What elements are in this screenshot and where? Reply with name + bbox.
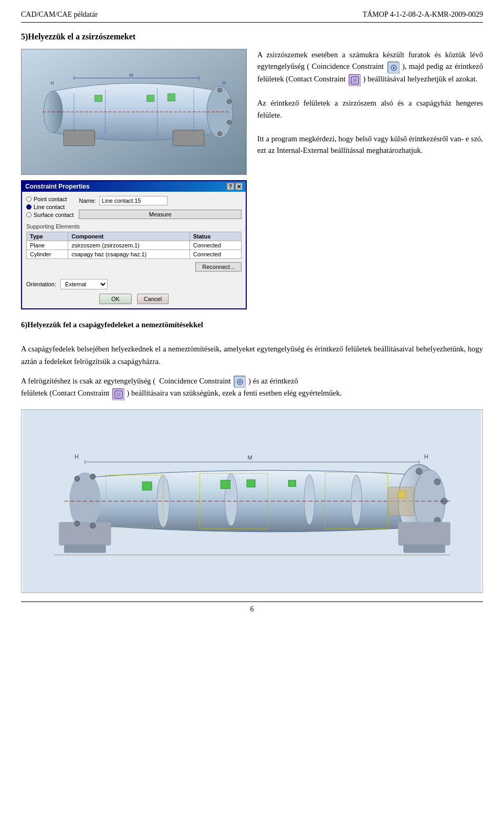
svg-rect-9 xyxy=(173,130,204,146)
svg-point-40 xyxy=(75,476,80,481)
col-component: Component xyxy=(68,232,190,241)
svg-rect-57 xyxy=(142,482,152,490)
svg-rect-29 xyxy=(353,78,357,82)
cell-status-1: Connected xyxy=(190,241,241,250)
svg-rect-51 xyxy=(398,522,450,546)
cad-image-bottom: H H M xyxy=(21,409,483,593)
svg-rect-38 xyxy=(59,522,111,546)
svg-point-56 xyxy=(351,475,362,525)
svg-text:H: H xyxy=(223,80,226,86)
table-row: Plane zsirzoszem (zsirzoszem.1) Connecte… xyxy=(27,241,242,250)
orientation-label: Orientation: xyxy=(26,281,56,287)
radio-dot-surface xyxy=(26,212,32,217)
svg-text:H: H xyxy=(424,454,428,460)
section6-text: 6)Helyezzük fel a csapágyfedeleket a nem… xyxy=(21,319,483,368)
svg-point-42 xyxy=(75,521,80,526)
top-section: M H H Constraint Properties ? ✕ xyxy=(21,49,483,309)
dialog-top-row: Point contact Line contact Surface conta… xyxy=(26,196,242,219)
section6-heading: 6)Helyezzük fel a csapágyfedeleket a nem… xyxy=(21,320,203,329)
svg-point-41 xyxy=(90,474,96,479)
orientation-select[interactable]: External Internal xyxy=(60,279,108,289)
dialog-name-row: Name: xyxy=(79,196,242,205)
cell-status-2: Connected xyxy=(190,250,241,259)
reconnect-btn[interactable]: Reconnect... xyxy=(195,262,242,272)
dialog-buttons-row: OK Cancel xyxy=(26,294,242,304)
ok-btn[interactable]: OK xyxy=(99,294,132,304)
icon-coincidence-1 xyxy=(387,61,399,73)
svg-text:M: M xyxy=(129,72,133,78)
radio-line-contact[interactable]: Line contact xyxy=(26,204,74,210)
dialog-title: Constraint Properties xyxy=(25,183,90,190)
icon-coincidence-2 xyxy=(234,376,245,387)
orientation-row: Orientation: External Internal xyxy=(26,279,242,289)
radio-label-surface: Surface contact xyxy=(34,212,74,218)
page-number: 6 xyxy=(21,601,483,614)
page-container: CAD/CAM/CAE példatár TÁMOP 4-1-2-08-2-A-… xyxy=(0,0,504,820)
section6-block: 6)Helyezzük fel a csapágyfedeleket a nem… xyxy=(21,319,483,368)
radio-dot-line xyxy=(26,204,32,210)
section6-body: A csapágyfedelek belsejében helyezkednek… xyxy=(21,345,483,365)
header-right: TÁMOP 4-1-2-08-2-A-KMR-2009-0029 xyxy=(363,11,483,19)
svg-rect-14 xyxy=(95,95,102,101)
top-left-column: M H H Constraint Properties ? ✕ xyxy=(21,49,247,309)
dialog-titlebar: Constraint Properties ? ✕ xyxy=(22,181,246,192)
svg-rect-58 xyxy=(220,480,230,489)
cell-component-2: csapagy haz (csapagy haz.1) xyxy=(68,250,190,259)
clearfix: Reconnect... xyxy=(26,262,242,275)
svg-rect-59 xyxy=(247,480,255,487)
dialog-body: Point contact Line contact Surface conta… xyxy=(22,192,246,308)
dialog-help-btn[interactable]: ? xyxy=(227,183,234,190)
svg-rect-15 xyxy=(147,95,154,101)
top-right-para1: A zsirzószemek esetében a számukra készü… xyxy=(257,49,483,86)
col-type: Type xyxy=(27,232,68,241)
radio-point-contact[interactable]: Point contact xyxy=(26,196,74,202)
cell-type-2: Cylinder xyxy=(27,250,68,259)
measure-btn[interactable]: Measure xyxy=(79,210,242,219)
svg-point-46 xyxy=(416,468,422,474)
icon-contact-2 xyxy=(112,388,124,400)
name-input[interactable] xyxy=(99,196,167,205)
radio-label-line: Line contact xyxy=(34,204,65,210)
svg-point-6 xyxy=(227,99,232,103)
cell-component-1: zsirzoszem (zsirzoszem.1) xyxy=(68,241,190,250)
svg-rect-39 xyxy=(64,545,106,553)
icon-contact-1 xyxy=(349,74,360,86)
name-label: Name: xyxy=(79,198,96,204)
svg-rect-35 xyxy=(117,392,121,397)
svg-rect-16 xyxy=(167,94,175,101)
radio-label-point: Point contact xyxy=(34,196,67,202)
svg-point-5 xyxy=(218,132,222,136)
section5-heading: 5)Helyezzük el a zsirzószemeket xyxy=(21,32,483,41)
dialog-close-btn[interactable]: ✕ xyxy=(235,183,243,190)
bottom-text-p2: felületek (Contact Constraint ) beállítá… xyxy=(21,387,483,400)
svg-point-3 xyxy=(207,86,233,138)
svg-rect-8 xyxy=(64,130,95,146)
svg-rect-73 xyxy=(398,491,405,498)
header-left: CAD/CAM/CAE példatár xyxy=(21,11,98,19)
svg-point-43 xyxy=(90,523,96,528)
dialog-table: Type Component Status Plane zsirzoszem (… xyxy=(26,232,242,259)
top-right-column: A zsirzószemek esetében a számukra készü… xyxy=(257,49,483,309)
page-num-text: 6 xyxy=(250,605,254,613)
svg-point-48 xyxy=(434,479,440,485)
svg-point-7 xyxy=(227,120,232,124)
svg-point-4 xyxy=(218,88,222,92)
svg-rect-52 xyxy=(403,545,445,553)
svg-point-55 xyxy=(304,474,314,524)
svg-text:M: M xyxy=(247,455,252,461)
svg-text:H: H xyxy=(75,454,79,460)
cell-type-1: Plane xyxy=(27,241,68,250)
cancel-btn[interactable]: Cancel xyxy=(137,294,169,304)
constraint-dialog: Constraint Properties ? ✕ Point contact xyxy=(21,180,247,309)
supporting-label: Supporting Elements xyxy=(26,223,242,230)
table-row: Cylinder csapagy haz (csapagy haz.1) Con… xyxy=(27,250,242,259)
col-status: Status xyxy=(190,232,241,241)
svg-text:H: H xyxy=(50,80,54,86)
page-header: CAD/CAM/CAE példatár TÁMOP 4-1-2-08-2-A-… xyxy=(21,11,483,23)
radio-surface-contact[interactable]: Surface contact xyxy=(26,212,74,218)
svg-rect-60 xyxy=(289,480,296,486)
cad-image-top: M H H xyxy=(21,49,247,175)
bottom-text: A felrögzítéshez is csak az egytengelyűs… xyxy=(21,375,483,400)
svg-point-26 xyxy=(393,67,395,69)
svg-point-32 xyxy=(239,381,241,383)
